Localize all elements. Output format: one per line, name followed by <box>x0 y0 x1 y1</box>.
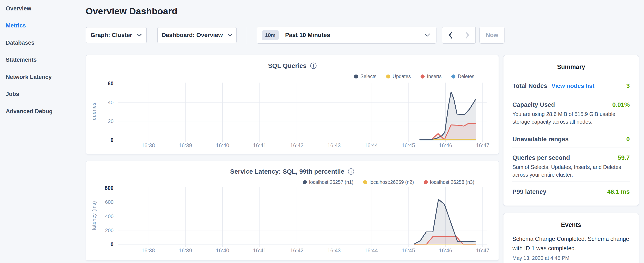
legend-dot-icon <box>451 75 456 79</box>
svg-text:16:38: 16:38 <box>142 247 155 253</box>
svg-text:60: 60 <box>108 80 114 86</box>
summary-panel: Summary Total Nodes View nodes list 3 Ca… <box>503 55 639 206</box>
summary-value: 3 <box>626 82 630 89</box>
sql-queries-chart[interactable]: 16:3816:3916:4016:4116:4216:4316:4416:45… <box>89 81 493 151</box>
page-title: Overview Dashboard <box>86 6 177 16</box>
legend-dot-icon <box>420 75 424 79</box>
summary-value: 0.01% <box>612 101 630 108</box>
svg-text:16:44: 16:44 <box>365 142 378 148</box>
chart-title: Service Latency: SQL, 99th percentile <box>230 168 344 175</box>
divider <box>512 129 630 129</box>
event-message[interactable]: Schema Change Completed: Schema change w… <box>512 234 630 253</box>
view-nodes-list-link[interactable]: View nodes list <box>552 83 594 89</box>
legend-dot-icon <box>363 180 367 184</box>
summary-row-total-nodes: Total Nodes View nodes list 3 <box>512 82 630 89</box>
now-button[interactable]: Now <box>480 27 504 44</box>
sidebar-item-network-latency[interactable]: Network Latency <box>6 69 80 86</box>
legend-item: Updates <box>386 74 411 79</box>
summary-label: Unavailable ranges <box>512 136 568 143</box>
svg-text:16:39: 16:39 <box>179 142 192 148</box>
svg-text:16:41: 16:41 <box>253 247 266 253</box>
time-forward-button[interactable] <box>458 27 476 43</box>
svg-text:16:39: 16:39 <box>179 247 192 253</box>
legend-dot-icon <box>303 180 307 184</box>
svg-text:16:42: 16:42 <box>290 142 304 148</box>
summary-value: 0 <box>626 136 630 143</box>
sidebar-item-databases[interactable]: Databases <box>6 34 80 52</box>
summary-row-p99-latency: P99 latency 46.1 ms <box>512 188 630 195</box>
legend-item: localhost:26259 (n2) <box>363 179 414 185</box>
controls-divider <box>247 27 247 44</box>
summary-description: Sum of Selects, Updates, Inserts, and De… <box>512 163 630 178</box>
svg-text:queries: queries <box>91 103 97 120</box>
legend-item: Selects <box>354 74 376 79</box>
chart-legend: SelectsUpdatesInsertsDeletes <box>354 74 474 79</box>
graph-dropdown-label: Graph: Cluster <box>90 32 132 39</box>
summary-label: Capacity Used <box>512 101 555 108</box>
svg-text:800: 800 <box>104 185 114 191</box>
divider <box>512 147 630 147</box>
summary-row-unavailable-ranges: Unavailable ranges 0 <box>512 136 630 143</box>
info-icon[interactable] <box>348 168 354 175</box>
legend-dot-icon <box>386 75 390 79</box>
legend-item: Inserts <box>420 74 442 79</box>
svg-text:16:42: 16:42 <box>290 247 304 253</box>
sidebar-item-overview[interactable]: Overview <box>6 0 80 17</box>
svg-text:40: 40 <box>108 100 114 105</box>
chevron-left-icon <box>448 32 453 39</box>
chart-title-row: SQL Queries <box>86 62 498 69</box>
dashboard-dropdown[interactable]: Dashboard: Overview <box>157 27 237 43</box>
time-range-badge: 10m <box>262 30 279 40</box>
divider <box>512 95 630 95</box>
chevron-down-icon <box>424 34 430 37</box>
time-back-button[interactable] <box>442 27 458 43</box>
summary-label: Total Nodes <box>512 82 547 89</box>
graph-dropdown[interactable]: Graph: Cluster <box>86 27 147 43</box>
svg-text:20: 20 <box>108 118 114 124</box>
svg-text:400: 400 <box>105 213 114 219</box>
svg-text:600: 600 <box>105 199 114 205</box>
sidebar-item-jobs[interactable]: Jobs <box>6 86 80 103</box>
svg-text:16:46: 16:46 <box>439 142 452 148</box>
summary-title: Summary <box>512 63 630 70</box>
sidebar: OverviewMetricsDatabasesStatementsNetwor… <box>6 0 80 120</box>
chart-title-row: Service Latency: SQL, 99th percentile <box>86 168 498 175</box>
events-panel: Events Schema Change Completed: Schema c… <box>503 213 639 263</box>
sidebar-item-advanced-debug[interactable]: Advanced Debug <box>6 103 80 120</box>
svg-text:16:46: 16:46 <box>439 247 452 253</box>
info-icon[interactable] <box>310 62 317 69</box>
svg-text:latency (ms): latency (ms) <box>91 201 97 230</box>
service-latency-chart[interactable]: 16:3816:3916:4016:4116:4216:4316:4416:45… <box>89 185 493 257</box>
time-range-label: Past 10 Minutes <box>285 32 330 39</box>
svg-text:16:47: 16:47 <box>476 247 490 253</box>
svg-text:16:38: 16:38 <box>142 142 155 148</box>
svg-text:16:47: 16:47 <box>476 142 490 148</box>
chart-title: SQL Queries <box>268 62 306 69</box>
summary-label: Queries per second <box>512 154 570 161</box>
svg-text:16:43: 16:43 <box>328 247 341 253</box>
sidebar-item-metrics[interactable]: Metrics <box>6 17 80 35</box>
legend-item: localhost:26258 (n3) <box>424 179 474 185</box>
chevron-down-icon <box>228 34 232 37</box>
metrics-dashboard-page: OverviewMetricsDatabasesStatementsNetwor… <box>0 0 644 263</box>
svg-text:0: 0 <box>110 137 114 143</box>
chart-legend: localhost:26257 (n1)localhost:26259 (n2)… <box>303 179 474 185</box>
legend-item: localhost:26257 (n1) <box>303 179 353 185</box>
summary-row-capacity: Capacity Used 0.01% <box>512 101 630 108</box>
dashboard-dropdown-label: Dashboard: Overview <box>162 32 223 39</box>
legend-dot-icon <box>424 180 428 184</box>
legend-dot-icon <box>354 75 358 79</box>
sidebar-item-statements[interactable]: Statements <box>6 52 80 69</box>
time-range-selector[interactable]: 10m Past 10 Minutes <box>256 27 436 44</box>
svg-text:16:44: 16:44 <box>365 247 378 253</box>
summary-label: P99 latency <box>512 188 546 195</box>
legend-item: Deletes <box>451 74 474 79</box>
summary-value: 46.1 ms <box>607 188 630 195</box>
chevron-right-icon <box>465 32 470 39</box>
summary-value: 59.7 <box>618 154 630 161</box>
events-title: Events <box>512 221 630 228</box>
summary-description: You are using 28.6 MiB of 515.9 GiB usab… <box>512 110 630 126</box>
svg-text:16:45: 16:45 <box>402 247 415 253</box>
event-timestamp: May 13, 2020 at 4:45 PM <box>512 255 630 261</box>
svg-text:16:41: 16:41 <box>253 142 266 148</box>
